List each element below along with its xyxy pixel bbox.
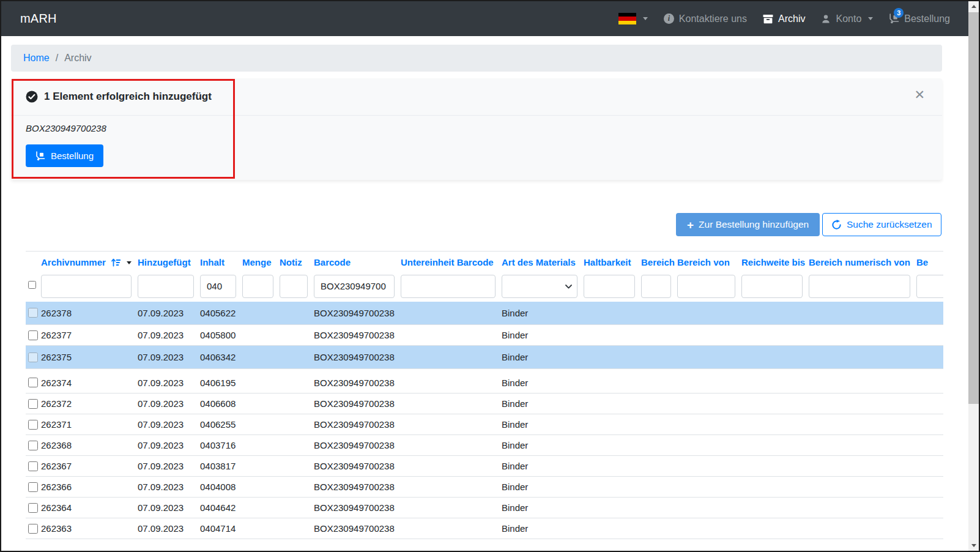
cell-archivnummer: 262371 [41,414,138,435]
nav-archive-label: Archiv [778,13,805,24]
vertical-scrollbar[interactable] [968,1,979,551]
row-checkbox[interactable] [28,441,38,450]
cell-hinzugefuegt: 07.09.2023 [138,325,200,346]
row-checkbox[interactable] [28,308,38,318]
cell-art-des-materials: Binder [502,435,584,456]
cell-art-des-materials: Binder [502,302,584,325]
cell-archivnummer: 262375 [41,346,138,369]
brand-logo[interactable]: mARH [20,12,57,26]
cell-art-des-materials: Binder [502,518,584,539]
table-row[interactable]: 262377 07.09.2023 0405800 BOX23094970023… [26,325,943,346]
info-circle-icon: i [664,13,674,24]
filter-bereich-input[interactable] [641,275,671,298]
filter-untereinheit-barcode-input[interactable] [401,275,496,298]
add-to-order-label: Zur Bestellung hinzufügen [699,219,809,230]
filter-inhalt-input[interactable] [200,275,236,298]
nav-account[interactable]: Konto [821,13,873,24]
cell-art-des-materials: Binder [502,414,584,435]
cell-inhalt: 0404642 [200,498,242,518]
breadcrumb-home-link[interactable]: Home [23,53,50,64]
cell-inhalt: 0406255 [200,414,242,435]
row-checkbox[interactable] [28,461,38,471]
filter-menge-input[interactable] [242,275,273,298]
filter-barcode-input[interactable] [314,275,395,298]
select-all-checkbox[interactable] [28,281,36,289]
table-row[interactable]: 262375 07.09.2023 0406342 BOX23094970023… [26,346,943,369]
order-button[interactable]: Bestellung [26,144,103,167]
row-checkbox[interactable] [28,378,38,387]
filter-art-des-materials-select[interactable] [502,275,577,298]
scrollbar-thumb[interactable] [968,12,979,404]
nav-contact[interactable]: i Kontaktiere uns [664,13,747,24]
column-header-bereich-numerisch-von[interactable]: Bereich numerisch von [809,252,916,274]
order-button-label: Bestellung [51,151,94,161]
table-row[interactable]: 262366 07.09.2023 0404008 BOX23094970023… [26,477,943,498]
column-header-notiz[interactable]: Notiz [280,252,314,274]
cell-art-des-materials: Binder [502,346,584,369]
filter-bereich-von-input[interactable] [677,275,735,298]
column-header-menge[interactable]: Menge [242,252,280,274]
table-row[interactable]: 262363 07.09.2023 0404714 BOX23094970023… [26,518,943,539]
filter-haltbarkeit-input[interactable] [584,275,635,298]
cell-inhalt: 0406608 [200,393,242,414]
column-header-cutoff[interactable]: Be [916,252,943,274]
add-to-order-button[interactable]: + Zur Bestellung hinzufügen [676,213,820,236]
column-header-archivnummer[interactable]: Archivnummer [41,252,138,274]
scrollbar-up-arrow[interactable] [968,1,979,12]
row-checkbox[interactable] [28,352,38,362]
column-header-haltbarkeit[interactable]: Haltbarkeit [584,252,641,274]
cell-barcode: BOX230949700238 [314,414,401,435]
column-header-bereich-von[interactable]: Bereich von [677,252,741,274]
cell-inhalt: 0406195 [200,373,242,393]
table-row[interactable]: 262368 07.09.2023 0403716 BOX23094970023… [26,435,943,456]
table-row[interactable]: 262372 07.09.2023 0406608 BOX23094970023… [26,393,943,414]
table-row[interactable]: 262378 07.09.2023 0405622 BOX23094970023… [26,302,943,325]
dolly-cart-icon [35,151,45,161]
column-header-untereinheit-barcode[interactable]: Untereinheit Barcode [401,252,502,274]
cell-barcode: BOX230949700238 [314,373,401,393]
row-checkbox[interactable] [28,482,38,492]
table-row[interactable]: 262374 07.09.2023 0406195 BOX23094970023… [26,373,943,393]
cell-barcode: BOX230949700238 [314,435,401,456]
reset-search-button[interactable]: Suche zurücksetzen [822,213,941,236]
column-header-bereich[interactable]: Bereich [641,252,677,274]
cell-inhalt: 0405622 [200,302,242,325]
cell-hinzugefuegt: 07.09.2023 [138,518,200,539]
alert-item-code: BOX230949700238 [26,123,106,133]
close-icon[interactable]: ✕ [914,88,925,101]
row-checkbox[interactable] [28,420,38,430]
row-checkbox[interactable] [28,503,38,513]
table-row[interactable]: 262364 07.09.2023 0404642 BOX23094970023… [26,498,943,518]
filter-bereich-numerisch-von-input[interactable] [809,275,910,298]
column-header-hinzugefuegt[interactable]: Hinzugefügt [138,252,200,274]
cell-archivnummer: 262368 [41,435,138,456]
filter-archivnummer-input[interactable] [41,275,132,298]
language-selector[interactable] [618,13,648,24]
scrollbar-down-arrow[interactable] [968,540,979,551]
filter-hinzugefuegt-input[interactable] [138,275,194,298]
column-header-art-des-materials[interactable]: Art des Materials [502,252,584,274]
column-header-reichweite-bis[interactable]: Reichweite bis [741,252,809,274]
cell-hinzugefuegt: 07.09.2023 [138,346,200,369]
cell-archivnummer: 262364 [41,498,138,518]
row-checkbox[interactable] [28,399,38,409]
filter-reichweite-bis-input[interactable] [741,275,803,298]
table-header-row: Archivnummer Hinzugefügt Inhalt Menge No… [26,252,943,274]
cell-inhalt: 0403716 [200,435,242,456]
filter-cutoff-input[interactable] [916,275,943,298]
cell-archivnummer: 262378 [41,302,138,325]
table-row[interactable]: 262367 07.09.2023 0403817 BOX23094970023… [26,456,943,477]
nav-account-label: Konto [836,13,861,24]
column-header-inhalt[interactable]: Inhalt [200,252,242,274]
row-checkbox[interactable] [28,524,38,534]
row-checkbox[interactable] [28,330,38,340]
nav-order[interactable]: 3 Bestellung [889,13,950,24]
breadcrumb-current: Archiv [64,53,91,64]
cell-hinzugefuegt: 07.09.2023 [138,393,200,414]
table-row[interactable]: 262371 07.09.2023 0406255 BOX23094970023… [26,414,943,435]
filter-caret-icon[interactable] [127,261,132,264]
column-header-barcode[interactable]: Barcode [314,252,401,274]
app-window: mARH i Kontaktiere uns Archiv Konto [0,0,980,552]
filter-notiz-input[interactable] [280,275,308,298]
nav-archive[interactable]: Archiv [763,13,805,24]
